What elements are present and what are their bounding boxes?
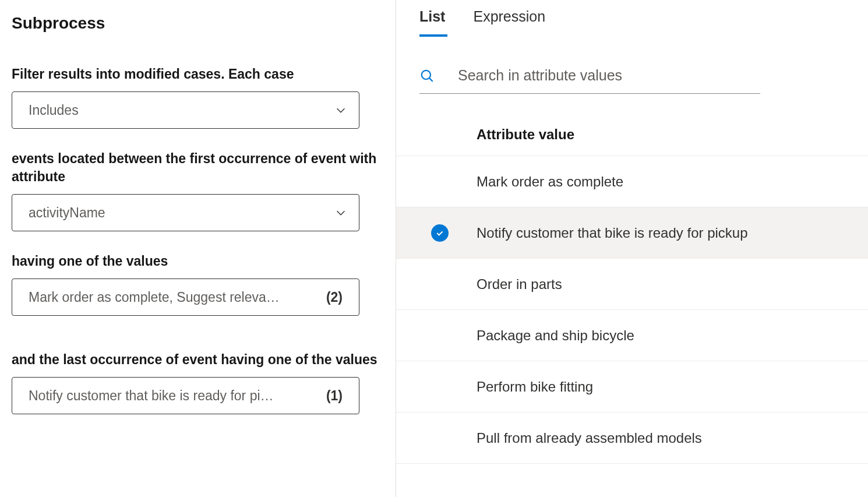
first-values-count: (2): [326, 290, 343, 305]
attribute-value-label: Notify customer that bike is ready for p…: [477, 225, 748, 241]
attribute-value-header: Attribute value: [396, 126, 868, 156]
tab-expression[interactable]: Expression: [473, 8, 545, 37]
chevron-down-icon: [334, 206, 347, 219]
search-input[interactable]: [458, 67, 760, 84]
first-attr-label: events located between the first occurre…: [12, 150, 384, 186]
attribute-value-label: Pull from already assembled models: [477, 430, 702, 446]
check-slot: [431, 224, 477, 242]
svg-point-0: [422, 70, 431, 79]
attribute-value-list: Mark order as completeNotify customer th…: [396, 156, 868, 464]
first-values-field-group: having one of the values Mark order as c…: [12, 252, 384, 316]
page-title: Subprocess: [12, 14, 384, 33]
first-values-text: Mark order as complete, Suggest releva…: [29, 290, 319, 305]
search-icon: [419, 68, 435, 83]
first-attr-select[interactable]: activityName: [12, 194, 359, 231]
attribute-value-row[interactable]: Package and ship bicycle: [396, 310, 868, 361]
filter-select[interactable]: Includes: [12, 91, 359, 129]
last-values-select[interactable]: Notify customer that bike is ready for p…: [12, 377, 359, 414]
tab-list[interactable]: List: [419, 8, 445, 37]
first-values-label: having one of the values: [12, 252, 384, 270]
svg-line-1: [429, 78, 433, 82]
attribute-value-label: Perform bike fitting: [477, 379, 593, 395]
right-panel: List Expression Attribute value Mark ord…: [396, 0, 868, 497]
attribute-value-label: Order in parts: [477, 276, 562, 292]
filter-field-group: Filter results into modified cases. Each…: [12, 65, 384, 129]
attribute-value-label: Mark order as complete: [477, 174, 623, 190]
last-values-field-group: and the last occurrence of event having …: [12, 351, 384, 414]
attribute-value-row[interactable]: Order in parts: [396, 259, 868, 310]
attribute-value-row[interactable]: Notify customer that bike is ready for p…: [396, 207, 868, 259]
first-values-select[interactable]: Mark order as complete, Suggest releva… …: [12, 279, 359, 316]
last-values-text: Notify customer that bike is ready for p…: [29, 388, 319, 404]
attribute-value-row[interactable]: Mark order as complete: [396, 156, 868, 207]
filter-label: Filter results into modified cases. Each…: [12, 65, 384, 83]
left-panel: Subprocess Filter results into modified …: [0, 0, 396, 497]
attribute-value-row[interactable]: Perform bike fitting: [396, 361, 868, 413]
tabs: List Expression: [396, 8, 868, 37]
first-attr-field-group: events located between the first occurre…: [12, 150, 384, 231]
search-row: [419, 67, 760, 94]
filter-select-value: Includes: [29, 103, 327, 118]
last-values-count: (1): [326, 388, 343, 404]
check-icon: [431, 224, 449, 242]
attribute-value-label: Package and ship bicycle: [477, 327, 634, 344]
last-values-label: and the last occurrence of event having …: [12, 351, 384, 369]
first-attr-select-value: activityName: [29, 205, 327, 221]
chevron-down-icon: [334, 104, 347, 117]
attribute-value-row[interactable]: Pull from already assembled models: [396, 413, 868, 464]
